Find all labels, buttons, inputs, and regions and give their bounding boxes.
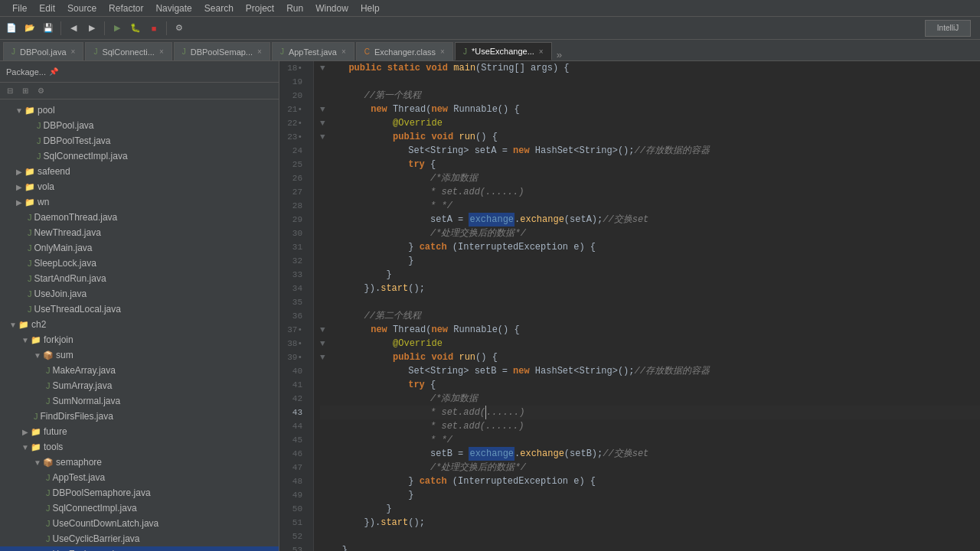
tree-item-sqlconnect-sem[interactable]: J SqlConnectImpl.java — [0, 500, 279, 516]
menu-source[interactable]: Source — [61, 2, 103, 15]
tab-dbpoolsemap[interactable]: J DBPoolSemap... × — [174, 42, 270, 60]
code-line-28: * */ — [320, 199, 980, 213]
ln-31: 31 — [279, 240, 307, 254]
tab-sqlconnect[interactable]: J SqlConnecti... × — [85, 42, 172, 60]
tab-icon-useexchange: J — [463, 47, 467, 56]
toolbar-debug[interactable]: 🐛 — [127, 20, 144, 37]
tab-apptest[interactable]: J AppTest.java × — [272, 42, 354, 60]
tab-label-dbpool: DBPool.java — [20, 47, 67, 57]
toolbar-back[interactable]: ◀ — [65, 20, 82, 37]
tree-item-tools-ch2[interactable]: ▼ 📁 tools — [0, 439, 279, 455]
menu-run[interactable]: Run — [280, 2, 309, 15]
toolbar-forward[interactable]: ▶ — [83, 20, 100, 37]
tree-item-sumnormal[interactable]: J SumNormal.java — [0, 393, 279, 409]
tree-item-makearray[interactable]: J MakeArray.java — [0, 363, 279, 378]
sidebar-pin[interactable]: 📌 — [49, 67, 58, 76]
ln-42: 42 — [279, 392, 307, 406]
tree-item-dbpoolsemaphore[interactable]: J DBPoolSemaphore.java — [0, 485, 279, 500]
fold-38[interactable]: ▼ — [320, 337, 325, 350]
tree-item-ch2[interactable]: ▼ 📁 ch2 — [0, 317, 279, 332]
fold-21[interactable]: ▼ — [320, 103, 325, 116]
tree-item-sum[interactable]: ▼ 📦 sum — [0, 347, 279, 363]
fold-37[interactable]: ▼ — [320, 323, 325, 337]
ln-30: 30 — [279, 227, 307, 240]
code-line-27: * set.add(......) — [320, 185, 980, 199]
sidebar-collapse-all[interactable]: ⊟ — [3, 84, 17, 98]
tree-item-vola[interactable]: ▶ 📁 vola — [0, 179, 279, 194]
tree-item-sumarray[interactable]: J SumArray.java — [0, 378, 279, 393]
tree-item-usecyclicbarrier[interactable]: J UseCyclicBarrier.java — [0, 531, 279, 546]
toolbar-save[interactable]: 💾 — [40, 20, 57, 37]
tree-item-onlymain[interactable]: J OnlyMain.java — [0, 240, 279, 256]
menu-navigate[interactable]: Navigate — [149, 2, 198, 15]
tab-close-sqlconnect[interactable]: × — [159, 47, 164, 56]
java-icon-usecountdownlatch: J — [46, 519, 51, 528]
tree-item-apptest-sem[interactable]: J AppTest.java — [0, 470, 279, 485]
tab-close-exchanger[interactable]: × — [440, 47, 445, 56]
tab-exchanger[interactable]: C Exchanger.class × — [356, 42, 453, 60]
menu-window[interactable]: Window — [309, 2, 354, 15]
toolbar-run[interactable]: ▶ — [109, 20, 126, 37]
menu-help[interactable]: Help — [354, 2, 386, 15]
tab-useexchange[interactable]: J *UseExchange... × — [455, 42, 552, 60]
ln-50: 50 — [279, 502, 307, 516]
tree-item-usecountdownlatch[interactable]: J UseCountDownLatch.java — [0, 516, 279, 531]
tree-arrow-wn: ▶ — [15, 198, 23, 207]
tab-close-apptest[interactable]: × — [341, 47, 346, 56]
ln-52: 52 — [279, 530, 307, 543]
tab-close-useexchange[interactable]: × — [539, 47, 544, 56]
tab-icon-apptest: J — [280, 47, 284, 56]
tab-dbpool[interactable]: J DBPool.java × — [3, 42, 83, 60]
tree-item-future[interactable]: ▶ 📁 future — [0, 424, 279, 439]
tree-item-useexchange[interactable]: J UseExchange.java — [0, 546, 279, 551]
menu-search[interactable]: Search — [198, 2, 240, 15]
menu-file[interactable]: File — [6, 2, 33, 15]
code-area[interactable]: 18• 19 20 21• 22• 23• 24 25 26 27 28 29 … — [279, 61, 980, 551]
fold-39[interactable]: ▼ — [320, 350, 325, 364]
tree-item-finddirsfiles[interactable]: J FindDirsFiles.java — [0, 409, 279, 424]
toolbar-open[interactable]: 📂 — [21, 20, 38, 37]
menu-edit[interactable]: Edit — [33, 2, 61, 15]
java-icon-usethreadlocal: J — [28, 305, 32, 314]
tree-item-wn[interactable]: ▶ 📁 wn — [0, 194, 279, 210]
code-line-20: //第一个线程 — [320, 89, 980, 103]
code-line-21: ▼ new Thread(new Runnable() { — [320, 103, 980, 116]
tree-item-pool[interactable]: ▼ 📁 pool — [0, 103, 279, 118]
fold-23[interactable]: ▼ — [320, 130, 325, 144]
tab-icon-sqlconnect: J — [93, 47, 97, 56]
tree-item-usejoin[interactable]: J UseJoin.java — [0, 286, 279, 302]
sidebar-expand-all[interactable]: ⊞ — [18, 84, 32, 98]
code-line-51: }).start(); — [320, 516, 980, 530]
toolbar-settings[interactable]: ⚙ — [171, 20, 188, 37]
menu-refactor[interactable]: Refactor — [103, 2, 149, 15]
toolbar-stop[interactable]: ■ — [145, 20, 162, 37]
tree-item-daemonthread[interactable]: J DaemonThread.java — [0, 210, 279, 225]
tree-item-usethreadlocal[interactable]: J UseThreadLocal.java — [0, 302, 279, 317]
tree-item-startandrun[interactable]: J StartAndRun.java — [0, 271, 279, 286]
code-line-52 — [320, 530, 980, 543]
tree-item-forkjoin[interactable]: ▼ 📁 forkjoin — [0, 332, 279, 347]
tree-item-safeend[interactable]: ▶ 📁 safeend — [0, 164, 279, 179]
code-line-41: try { — [320, 378, 980, 392]
tab-close-dbpool[interactable]: × — [71, 47, 76, 56]
toolbar-new[interactable]: 📄 — [3, 20, 20, 37]
fold-22[interactable]: ▼ — [320, 116, 325, 130]
tree-item-dbpooltest[interactable]: J DBPoolTest.java — [0, 133, 279, 148]
tab-more[interactable]: » — [554, 49, 565, 60]
ln-45: 45 — [279, 433, 307, 447]
sidebar-tree[interactable]: ▼ 📁 pool J DBPool.java J DBPoolTest.java… — [0, 99, 279, 551]
tree-item-dbpool[interactable]: J DBPool.java — [0, 118, 279, 133]
tab-close-dbpoolsemap[interactable]: × — [257, 47, 262, 56]
menu-project[interactable]: Project — [240, 2, 280, 15]
tree-item-newthread[interactable]: J NewThread.java — [0, 225, 279, 240]
tree-item-sqlconnect-pool[interactable]: J SqlConnectImpl.java — [0, 148, 279, 164]
sidebar-settings[interactable]: ⚙ — [34, 84, 47, 98]
fold-18[interactable]: ▼ — [320, 61, 325, 75]
code-content[interactable]: ▼ public static void main(String[] args)… — [314, 61, 980, 551]
code-line-25: try { — [320, 158, 980, 171]
tree-item-sleeplock[interactable]: J SleepLock.java — [0, 256, 279, 271]
folder-icon-pool: 📁 — [24, 106, 35, 116]
tree-arrow-sum: ▼ — [34, 351, 41, 360]
tree-item-semaphore[interactable]: ▼ 📦 semaphore — [0, 455, 279, 470]
code-line-50: } — [320, 502, 980, 516]
